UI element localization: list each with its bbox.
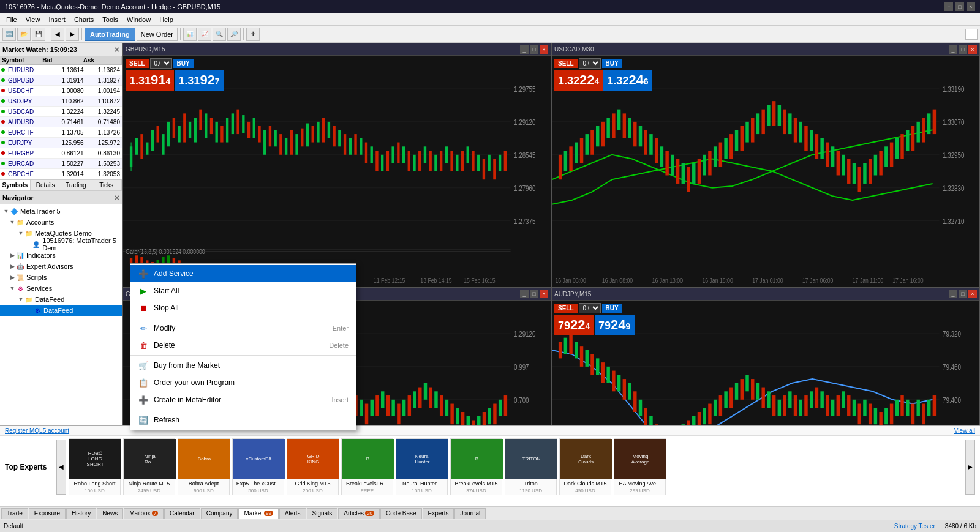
ctx-order-program[interactable]: 📋 Order your own Program — [130, 374, 356, 391]
chart-gbpusd-m15[interactable]: GBPUSD,M15 _ □ × 1.2 — [123, 43, 551, 288]
menu-window[interactable]: Window — [123, 15, 154, 24]
bottom-tab-journal[interactable]: Journal — [454, 508, 486, 519]
sell-button-1[interactable]: SELL — [126, 59, 149, 68]
close-button[interactable]: × — [967, 2, 975, 11]
bottom-tab-calendar[interactable]: Calendar — [164, 508, 200, 519]
nav-item-9[interactable]: ⚙DataFeed — [0, 305, 122, 316]
nav-item-3[interactable]: 👤10516976: MetaTrader 5 Dem — [0, 239, 122, 250]
ctx-stop-all[interactable]: ⏹ Stop All — [130, 299, 356, 317]
bottom-tab-experts[interactable]: Experts — [423, 508, 454, 519]
chart1-max[interactable]: □ — [530, 45, 538, 54]
minimize-button[interactable]: − — [944, 2, 953, 11]
expert-card-9[interactable]: Dark CloudsDark Clouds MT5490 USD — [559, 438, 611, 495]
chart2-close[interactable]: × — [968, 45, 977, 54]
sell-button-4[interactable]: SELL — [554, 304, 578, 313]
experts-scroll-right[interactable]: ▶ — [965, 440, 975, 495]
tab-trading[interactable]: Trading — [61, 180, 92, 190]
menu-charts[interactable]: Charts — [70, 15, 97, 24]
chart-usdcad-m30[interactable]: USDCAD,M30 _ □ × — [551, 43, 980, 288]
market-watch-row-4[interactable]: USDCAD1.322241.32245 — [0, 107, 122, 117]
expert-card-5[interactable]: BBreakLevelsFR...FREE — [341, 438, 393, 495]
register-link[interactable]: Register MQL5 account — [5, 427, 69, 434]
chart4-close[interactable]: × — [968, 290, 977, 298]
nav-item-0[interactable]: ▼🔷MetaTrader 5 — [0, 206, 122, 217]
bottom-tab-code base[interactable]: Code Base — [380, 508, 421, 519]
nav-item-6[interactable]: ▶📜Scripts — [0, 272, 122, 283]
chart3-close[interactable]: × — [540, 290, 548, 298]
nav-item-7[interactable]: ▼⚙Services — [0, 283, 122, 294]
market-watch-row-10[interactable]: GBPCHF1.320141.32053 — [0, 169, 122, 179]
experts-scroll-left[interactable]: ◀ — [56, 440, 66, 495]
nav-item-5[interactable]: ▶🤖Expert Advisors — [0, 261, 122, 272]
market-watch-row-3[interactable]: USDJPY110.862110.872 — [0, 96, 122, 107]
chart4-max[interactable]: □ — [959, 290, 967, 298]
bottom-tab-alerts[interactable]: Alerts — [279, 508, 306, 519]
chart4-min[interactable]: _ — [949, 290, 957, 298]
forward-button[interactable]: ▶ — [66, 28, 79, 41]
nav-expand-2[interactable]: ▼ — [17, 230, 24, 237]
ctx-buy-market[interactable]: 🛒 Buy from the Market — [130, 357, 356, 374]
market-watch-row-5[interactable]: AUDUSD0.714610.71480 — [0, 117, 122, 127]
lot-select-1[interactable]: 0.01 — [150, 58, 172, 69]
nav-expand-1[interactable]: ▼ — [9, 219, 16, 226]
market-watch-row-0[interactable]: EURUSD1.136141.13624 — [0, 65, 122, 75]
chart3-max[interactable]: □ — [530, 290, 538, 298]
buy-button-4[interactable]: BUY — [602, 304, 622, 313]
expert-card-10[interactable]: Moving AverageEA Moving Ave...299 USD — [614, 438, 666, 495]
maximize-button[interactable]: □ — [956, 2, 964, 11]
tab-details[interactable]: Details — [31, 180, 61, 190]
back-button[interactable]: ◀ — [51, 28, 64, 41]
chart3-min[interactable]: _ — [520, 290, 529, 298]
nav-item-8[interactable]: ▼📁DataFeed — [0, 294, 122, 305]
navigator-close[interactable]: × — [115, 193, 119, 203]
expert-card-4[interactable]: GRID KINGGrid King MT5200 USD — [287, 438, 339, 495]
market-watch-row-7[interactable]: EURJPY125.956125.972 — [0, 138, 122, 148]
tab-ticks[interactable]: Ticks — [91, 180, 122, 190]
nav-expand-0[interactable]: ▼ — [2, 208, 10, 215]
buy-button-2[interactable]: BUY — [602, 59, 622, 68]
expert-card-7[interactable]: BBreakLevels MT5374 USD — [450, 438, 502, 495]
ctx-refresh[interactable]: 🔄 Refresh — [130, 411, 356, 429]
market-watch-row-6[interactable]: EURCHF1.137051.13726 — [0, 127, 122, 138]
bottom-tab-company[interactable]: Company — [201, 508, 238, 519]
expert-card-1[interactable]: Ninja Ro...Ninja Route MT52499 USD — [123, 438, 175, 495]
view-all-link[interactable]: View all — [954, 427, 975, 434]
ctx-create-editor[interactable]: ➕ Create in MetaEditor Insert — [130, 391, 356, 408]
nav-item-1[interactable]: ▼📁Accounts — [0, 217, 122, 228]
menu-help[interactable]: Help — [156, 15, 177, 24]
bottom-tab-mailbox[interactable]: Mailbox7 — [124, 508, 164, 519]
search-button[interactable] — [965, 29, 978, 40]
expert-card-3[interactable]: xCustomEAExp5 The xCust...500 USD — [232, 438, 284, 495]
bottom-tab-market[interactable]: Market99 — [238, 508, 278, 519]
expert-card-2[interactable]: BobraBobra Adept900 USD — [178, 438, 230, 495]
chart-bar-button[interactable]: 📊 — [183, 28, 197, 41]
new-button[interactable]: 🆕 — [2, 28, 16, 41]
menu-tools[interactable]: Tools — [99, 15, 122, 24]
crosshair-button[interactable]: ✛ — [246, 28, 260, 41]
chart1-close[interactable]: × — [540, 45, 548, 54]
new-order-button[interactable]: New Order — [137, 28, 178, 41]
ctx-modify[interactable]: ✏ Modify Enter — [130, 320, 356, 337]
bottom-tab-trade[interactable]: Trade — [1, 508, 28, 519]
nav-expand-4[interactable]: ▶ — [9, 252, 16, 259]
tab-symbols[interactable]: Symbols — [0, 180, 31, 190]
zoom-out-button[interactable]: 🔎 — [227, 28, 241, 41]
chart1-min[interactable]: _ — [520, 45, 529, 54]
expert-card-8[interactable]: TRITONTriton1190 USD — [505, 438, 557, 495]
market-watch-row-1[interactable]: GBPUSD1.319141.31927 — [0, 75, 122, 86]
chart2-max[interactable]: □ — [959, 45, 967, 54]
bottom-tab-news[interactable]: News — [97, 508, 123, 519]
zoom-in-button[interactable]: 🔍 — [213, 28, 226, 41]
expert-card-0[interactable]: ROBÔ LONG SHORTRobo Long Short100 USD — [69, 438, 121, 495]
nav-expand-6[interactable]: ▶ — [9, 274, 16, 281]
bottom-tab-signals[interactable]: Signals — [307, 508, 338, 519]
strategy-tester-link[interactable]: Strategy Tester — [894, 523, 935, 530]
buy-button-1[interactable]: BUY — [173, 59, 194, 68]
lot-select-2[interactable]: 0.01 — [579, 58, 601, 69]
open-button[interactable]: 📂 — [17, 28, 31, 41]
lot-select-4[interactable]: 0.01 — [579, 303, 601, 313]
nav-expand-5[interactable]: ▶ — [9, 263, 16, 270]
save-button[interactable]: 💾 — [32, 28, 45, 41]
menu-insert[interactable]: Insert — [45, 15, 69, 24]
market-watch-close[interactable]: × — [115, 45, 119, 54]
